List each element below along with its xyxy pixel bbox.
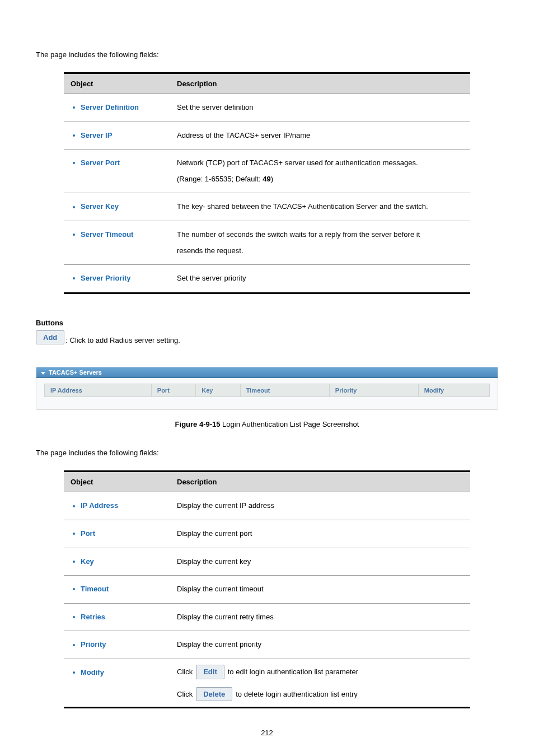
table-row: Server Priority Set the server priority: [64, 265, 470, 293]
bullet-icon: [73, 505, 75, 507]
object-name: Priority: [81, 637, 106, 653]
table1-head-description: Description: [170, 73, 470, 94]
object-name: Server Timeout: [81, 227, 133, 243]
bullet-icon: [73, 234, 75, 236]
desc-line: resends the request.: [177, 243, 463, 259]
table1-head-object: Object: [64, 73, 170, 94]
table-row: Modify Click Edit to edit login authenti…: [64, 659, 470, 707]
col-key: Key: [196, 384, 241, 397]
object-desc: Network (TCP) port of TACACS+ server use…: [170, 150, 470, 193]
figure-label: Figure 4-9-15: [175, 420, 221, 428]
figure-caption: Figure 4-9-15 Login Authentication List …: [36, 420, 498, 428]
desc-line: (Range: 1-65535; Default: 49): [177, 171, 463, 188]
edit-desc: to edit login authentication list parame…: [228, 668, 358, 676]
fields-table-1: Object Description Server Definition Set…: [64, 72, 470, 294]
bullet-icon: [73, 533, 75, 535]
page-number: 212: [36, 729, 498, 737]
object-desc: Set the server priority: [170, 265, 470, 293]
object-desc: The number of seconds the switch waits f…: [170, 221, 470, 264]
object-desc: Display the current IP address: [170, 492, 470, 520]
table-row: Server IP Address of the TACACS+ server …: [64, 122, 470, 150]
bullet-icon: [73, 134, 75, 137]
object-name: Timeout: [81, 581, 109, 598]
col-port: Port: [151, 384, 196, 397]
object-name: Port: [81, 526, 95, 542]
col-timeout: Timeout: [240, 384, 329, 397]
intro-text-2: The page includes the following fields:: [36, 449, 498, 457]
bullet-icon: [73, 106, 75, 109]
buttons-row: Add : Click to add Radius server setting…: [36, 330, 498, 345]
bullet-icon: [73, 277, 75, 279]
fields-table-2: Object Description IP Address Display th…: [64, 470, 470, 708]
add-button-desc: : Click to add Radius server setting.: [65, 336, 180, 344]
object-desc: The key- shared between the TACACS+ Auth…: [170, 193, 470, 221]
delete-desc: to delete login authentication list entr…: [236, 690, 358, 699]
object-desc: Address of the TACACS+ server IP/name: [170, 122, 470, 150]
table2-head-object: Object: [64, 472, 170, 492]
object-name: IP Address: [81, 498, 118, 514]
object-desc: Display the current key: [170, 548, 470, 576]
edit-button[interactable]: Edit: [196, 665, 224, 679]
object-desc: Click Edit to edit login authentication …: [170, 659, 470, 707]
object-name: Modify: [81, 665, 104, 681]
table-row: Server Port Network (TCP) port of TACACS…: [64, 150, 470, 193]
col-ip-address: IP Address: [45, 384, 152, 397]
table-row: Server Definition Set the server definit…: [64, 94, 470, 122]
add-button[interactable]: Add: [36, 330, 64, 345]
desc-text: (Range: 1-65535; Default:: [177, 175, 263, 183]
delete-button[interactable]: Delete: [196, 687, 232, 702]
table-row: Port Display the current port: [64, 520, 470, 548]
buttons-heading: Buttons: [36, 319, 498, 327]
desc-bold: 49: [263, 175, 270, 183]
table-row: Retries Display the current retry times: [64, 603, 470, 631]
object-desc: Display the current port: [170, 520, 470, 548]
table-row: Server Key The key- shared between the T…: [64, 193, 470, 221]
tacacs-servers-table: IP Address Port Key Timeout Priority Mod…: [44, 384, 490, 397]
object-name: Server Key: [81, 199, 119, 215]
table-row: IP Address Display the current IP addres…: [64, 492, 470, 520]
bullet-icon: [73, 616, 75, 618]
desc-line: Network (TCP) port of TACACS+ server use…: [177, 155, 463, 171]
object-name: Key: [81, 554, 94, 570]
bullet-icon: [73, 561, 75, 563]
object-name: Server Priority: [81, 270, 131, 287]
table2-head-description: Description: [170, 472, 470, 492]
object-name: Server Definition: [81, 100, 139, 116]
object-desc: Set the server definition: [170, 94, 470, 122]
click-label: Click: [177, 668, 193, 676]
table-row: Server Timeout The number of seconds the…: [64, 221, 470, 264]
bullet-icon: [73, 588, 75, 590]
figure-text: Login Authentication List Page Screensho…: [221, 420, 359, 428]
desc-text: ): [271, 175, 273, 183]
bullet-icon: [73, 644, 75, 646]
caret-down-icon: [41, 372, 45, 375]
col-modify: Modify: [418, 384, 489, 397]
object-name: Server IP: [81, 128, 112, 144]
table-row: Timeout Display the current timeout: [64, 576, 470, 604]
tacacs-servers-panel: TACACS+ Servers IP Address Port Key Time…: [36, 367, 498, 410]
panel-header[interactable]: TACACS+ Servers: [36, 367, 498, 378]
object-name: Retries: [81, 609, 105, 626]
panel-title: TACACS+ Servers: [49, 369, 102, 376]
bullet-icon: [73, 671, 75, 674]
object-name: Server Port: [81, 155, 120, 171]
desc-line: The number of seconds the switch waits f…: [177, 227, 463, 243]
object-desc: Display the current timeout: [170, 576, 470, 604]
object-desc: Display the current priority: [170, 631, 470, 659]
table-row: Key Display the current key: [64, 548, 470, 576]
bullet-icon: [73, 206, 75, 208]
intro-text-1: The page includes the following fields:: [36, 50, 498, 59]
col-priority: Priority: [329, 384, 418, 397]
click-label: Click: [177, 690, 193, 699]
bullet-icon: [73, 162, 75, 164]
object-desc: Display the current retry times: [170, 603, 470, 631]
table-row: Priority Display the current priority: [64, 631, 470, 659]
